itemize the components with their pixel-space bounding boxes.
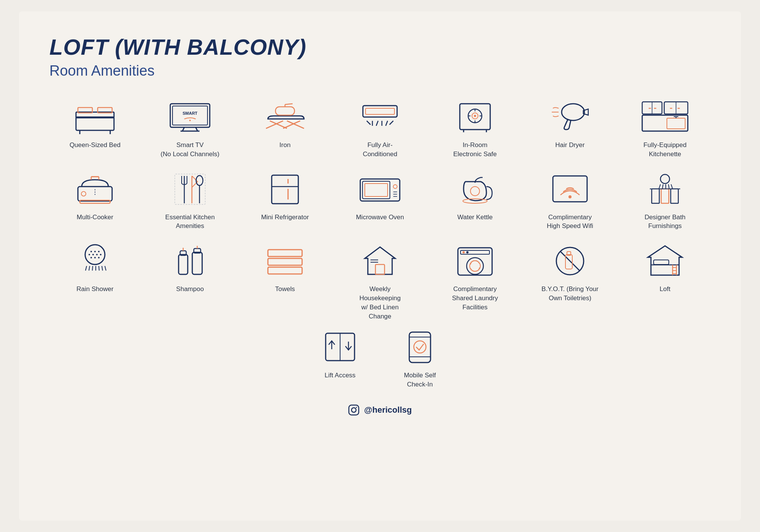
svg-point-98 — [90, 251, 92, 252]
svg-rect-64 — [175, 174, 205, 204]
rain-shower-label: Rain Shower — [76, 285, 113, 294]
svg-rect-87 — [661, 189, 669, 203]
amenity-queen-bed: Queen-Sized Bed — [49, 98, 141, 159]
amenity-kitchen-amenities: Essential KitchenAmenities — [144, 170, 236, 231]
svg-line-93 — [92, 266, 93, 271]
svg-rect-116 — [268, 267, 302, 274]
svg-point-146 — [352, 408, 356, 412]
amenity-lift: Lift Access — [315, 328, 365, 389]
housekeeping-icon — [355, 242, 405, 280]
towels-label: Towels — [275, 285, 295, 294]
svg-line-15 — [287, 121, 304, 128]
hair-dryer-label: Hair Dryer — [555, 141, 584, 150]
svg-point-122 — [467, 258, 483, 274]
amenity-laundry: ComplimentaryShared LaundryFacilities — [429, 242, 521, 321]
svg-rect-114 — [268, 250, 302, 256]
loft-icon — [640, 242, 690, 280]
page-container: LOFT (WITH BALCONY) Room Amenities Queen… — [19, 11, 741, 521]
svg-point-144 — [414, 341, 426, 353]
instagram-icon — [348, 404, 359, 416]
amenity-towels: Towels — [239, 242, 331, 321]
smart-tv-icon: SMART — [165, 98, 215, 136]
loft-label: Loft — [660, 285, 670, 294]
amenity-iron: Iron — [239, 98, 331, 159]
page-subtitle: Room Amenities — [49, 63, 711, 79]
mobile-checkin-icon — [395, 328, 445, 366]
svg-line-26 — [386, 121, 388, 126]
svg-line-84 — [668, 184, 669, 189]
amenity-housekeeping: Weekly Housekeepingw/ Bed Linen Change — [334, 242, 426, 321]
svg-point-125 — [466, 251, 469, 253]
hair-dryer-icon — [545, 98, 595, 136]
svg-point-90 — [85, 245, 105, 264]
svg-rect-136 — [654, 260, 669, 264]
svg-line-91 — [86, 266, 87, 271]
lift-label: Lift Access — [325, 371, 355, 380]
svg-rect-86 — [652, 189, 659, 203]
shampoo-label: Shampoo — [176, 285, 204, 294]
svg-rect-0 — [76, 117, 114, 130]
multi-cooker-icon — [70, 170, 120, 208]
svg-rect-115 — [268, 258, 302, 265]
amenity-multi-cooker: Multi-Cooker — [49, 170, 141, 231]
amenity-mini-fridge: Mini Refrigerator — [239, 170, 331, 231]
lift-icon — [315, 328, 365, 366]
svg-point-105 — [90, 257, 92, 258]
wifi-label: ComplimentaryHigh Speed Wifi — [547, 213, 593, 231]
towels-icon — [260, 242, 310, 280]
kitchenette-icon — [640, 98, 690, 136]
svg-point-35 — [474, 115, 476, 117]
amenity-bath: Designer BathFurnishings — [619, 170, 711, 231]
svg-rect-108 — [179, 255, 188, 274]
amenity-byot: B.Y.O.T. (Bring YourOwn Toiletries) — [524, 242, 616, 321]
svg-line-96 — [102, 266, 103, 271]
kitchenette-label: Fully-EquippedKitchenette — [643, 141, 686, 159]
amenity-microwave: Microwave Oven — [334, 170, 426, 231]
microwave-label: Microwave Oven — [356, 213, 404, 222]
laundry-icon — [450, 242, 500, 280]
svg-rect-21 — [366, 108, 394, 114]
rain-shower-icon — [70, 242, 120, 280]
amenity-aircon: Fully Air-Conditioned — [334, 98, 426, 159]
svg-point-77 — [470, 187, 480, 196]
amenity-hair-dryer: Hair Dryer — [524, 98, 616, 159]
queen-bed-label: Queen-Sized Bed — [70, 141, 120, 150]
footer: @hericollsg — [49, 404, 711, 416]
page-title: LOFT (WITH BALCONY) — [49, 34, 711, 60]
svg-point-72 — [393, 185, 397, 188]
svg-point-101 — [89, 254, 90, 255]
svg-line-85 — [671, 184, 673, 189]
wifi-icon — [545, 170, 595, 208]
amenities-grid-row1: Queen-Sized Bed SMART Smart TV(No Local … — [49, 98, 711, 321]
svg-point-80 — [660, 174, 670, 184]
svg-point-147 — [356, 407, 357, 408]
svg-rect-20 — [363, 106, 397, 117]
smart-tv-label: Smart TV(No Local Channels) — [161, 141, 220, 159]
svg-point-56 — [81, 192, 86, 196]
amenity-wifi: ComplimentaryHigh Speed Wifi — [524, 170, 616, 231]
svg-point-106 — [94, 257, 96, 258]
kitchen-amenities-label: Essential KitchenAmenities — [165, 213, 215, 231]
svg-line-24 — [376, 121, 378, 126]
aircon-icon — [355, 98, 405, 136]
amenity-rain-shower: Rain Shower — [49, 242, 141, 321]
svg-point-104 — [100, 254, 101, 255]
svg-line-27 — [390, 121, 393, 125]
amenity-kitchenette: Fully-EquippedKitchenette — [619, 98, 711, 159]
svg-line-127 — [560, 251, 580, 271]
housekeeping-label: Weekly Housekeepingw/ Bed Linen Change — [350, 285, 410, 321]
queen-bed-icon — [70, 98, 120, 136]
amenity-smart-tv: SMART Smart TV(No Local Channels) — [144, 98, 236, 159]
mini-fridge-icon — [260, 170, 310, 208]
amenity-safe: In-RoomElectronic Safe — [429, 98, 521, 159]
kettle-label: Water Kettle — [458, 213, 493, 222]
svg-line-92 — [89, 266, 90, 271]
svg-point-124 — [462, 251, 465, 253]
svg-rect-65 — [272, 175, 298, 204]
svg-rect-17 — [276, 107, 294, 115]
svg-point-99 — [94, 251, 96, 252]
svg-line-95 — [99, 266, 99, 271]
mini-fridge-label: Mini Refrigerator — [261, 213, 309, 222]
microwave-icon — [355, 170, 405, 208]
svg-rect-111 — [192, 252, 202, 274]
